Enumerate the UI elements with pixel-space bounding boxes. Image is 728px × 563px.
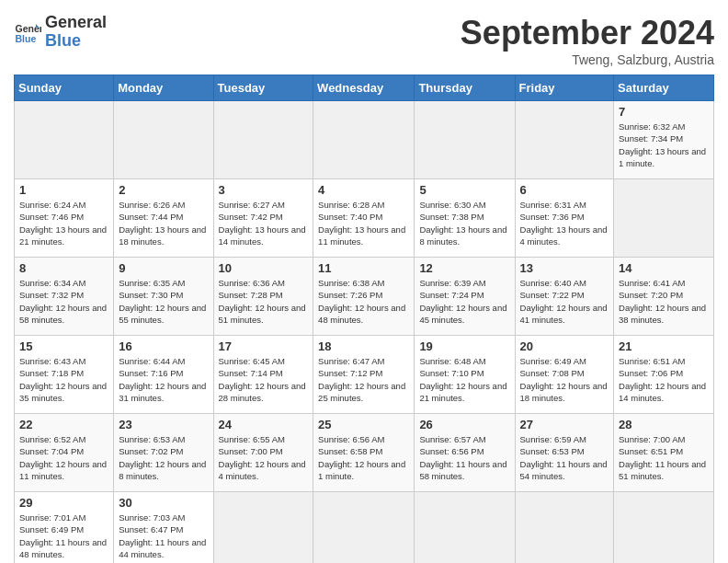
calendar-cell bbox=[15, 101, 114, 179]
day-number: 22 bbox=[19, 418, 108, 431]
day-number: 10 bbox=[219, 261, 309, 275]
day-number: 7 bbox=[619, 105, 709, 119]
day-number: 15 bbox=[19, 339, 108, 353]
day-number: 1 bbox=[19, 183, 108, 197]
day-number: 4 bbox=[318, 183, 409, 197]
day-info: Sunrise: 6:55 AMSunset: 7:00 PMDaylight:… bbox=[219, 433, 309, 482]
calendar-cell: 22Sunrise: 6:52 AMSunset: 7:04 PMDayligh… bbox=[15, 414, 114, 492]
calendar-cell: 23Sunrise: 6:53 AMSunset: 7:02 PMDayligh… bbox=[114, 414, 213, 492]
page-header: General Blue General Blue September 2024… bbox=[14, 14, 714, 67]
weekday-header: Wednesday bbox=[313, 75, 415, 101]
calendar-cell bbox=[114, 101, 213, 179]
logo-text: General Blue bbox=[45, 14, 107, 51]
calendar-body: 7Sunrise: 6:32 AMSunset: 7:34 PMDaylight… bbox=[15, 101, 714, 564]
day-info: Sunrise: 7:00 AMSunset: 6:51 PMDaylight:… bbox=[619, 433, 709, 482]
calendar-cell: 6Sunrise: 6:31 AMSunset: 7:36 PMDaylight… bbox=[515, 179, 614, 258]
weekday-header: Monday bbox=[114, 75, 213, 101]
calendar-week-row: 8Sunrise: 6:34 AMSunset: 7:32 PMDaylight… bbox=[15, 258, 714, 336]
calendar-week-row: 1Sunrise: 6:24 AMSunset: 7:46 PMDaylight… bbox=[15, 179, 714, 258]
calendar-cell: 4Sunrise: 6:28 AMSunset: 7:40 PMDaylight… bbox=[313, 179, 415, 258]
day-info: Sunrise: 6:52 AMSunset: 7:04 PMDaylight:… bbox=[19, 433, 108, 482]
calendar-cell: 12Sunrise: 6:39 AMSunset: 7:24 PMDayligh… bbox=[415, 258, 515, 336]
day-info: Sunrise: 6:56 AMSunset: 6:58 PMDaylight:… bbox=[318, 433, 409, 482]
calendar-cell: 1Sunrise: 6:24 AMSunset: 7:46 PMDaylight… bbox=[15, 179, 114, 258]
logo-line1: General bbox=[45, 14, 107, 32]
day-info: Sunrise: 6:32 AMSunset: 7:34 PMDaylight:… bbox=[619, 121, 709, 169]
weekday-header: Friday bbox=[515, 75, 614, 101]
day-info: Sunrise: 7:01 AMSunset: 6:49 PMDaylight:… bbox=[19, 511, 108, 560]
calendar-cell bbox=[213, 101, 313, 179]
weekday-header: Thursday bbox=[415, 75, 515, 101]
calendar-cell: 16Sunrise: 6:44 AMSunset: 7:16 PMDayligh… bbox=[114, 336, 213, 414]
day-info: Sunrise: 7:03 AMSunset: 6:47 PMDaylight:… bbox=[119, 511, 208, 560]
day-number: 2 bbox=[119, 183, 208, 197]
title-block: September 2024 Tweng, Salzburg, Austria bbox=[461, 14, 714, 67]
day-info: Sunrise: 6:38 AMSunset: 7:26 PMDaylight:… bbox=[318, 277, 409, 326]
day-number: 12 bbox=[419, 261, 509, 275]
day-info: Sunrise: 6:41 AMSunset: 7:20 PMDaylight:… bbox=[619, 277, 709, 326]
day-info: Sunrise: 6:45 AMSunset: 7:14 PMDaylight:… bbox=[219, 355, 309, 404]
calendar-cell: 2Sunrise: 6:26 AMSunset: 7:44 PMDaylight… bbox=[114, 179, 213, 258]
calendar-cell: 15Sunrise: 6:43 AMSunset: 7:18 PMDayligh… bbox=[15, 336, 114, 414]
day-number: 24 bbox=[219, 418, 309, 431]
calendar-week-row: 22Sunrise: 6:52 AMSunset: 7:04 PMDayligh… bbox=[15, 414, 714, 492]
month-title: September 2024 bbox=[461, 14, 714, 52]
day-number: 17 bbox=[219, 339, 309, 353]
calendar-week-row: 7Sunrise: 6:32 AMSunset: 7:34 PMDaylight… bbox=[15, 101, 714, 179]
day-info: Sunrise: 6:31 AMSunset: 7:36 PMDaylight:… bbox=[520, 199, 609, 247]
calendar-cell: 26Sunrise: 6:57 AMSunset: 6:56 PMDayligh… bbox=[415, 414, 515, 492]
calendar-cell: 20Sunrise: 6:49 AMSunset: 7:08 PMDayligh… bbox=[515, 336, 614, 414]
calendar-cell: 5Sunrise: 6:30 AMSunset: 7:38 PMDaylight… bbox=[415, 179, 515, 258]
location: Tweng, Salzburg, Austria bbox=[461, 52, 714, 67]
day-number: 19 bbox=[419, 339, 509, 353]
calendar-cell: 13Sunrise: 6:40 AMSunset: 7:22 PMDayligh… bbox=[515, 258, 614, 336]
calendar-cell bbox=[213, 492, 313, 564]
day-info: Sunrise: 6:34 AMSunset: 7:32 PMDaylight:… bbox=[19, 277, 108, 326]
day-number: 3 bbox=[219, 183, 309, 197]
day-number: 18 bbox=[318, 339, 409, 353]
calendar-cell: 11Sunrise: 6:38 AMSunset: 7:26 PMDayligh… bbox=[313, 258, 415, 336]
day-number: 21 bbox=[619, 339, 709, 353]
day-info: Sunrise: 6:48 AMSunset: 7:10 PMDaylight:… bbox=[419, 355, 509, 404]
calendar-cell bbox=[515, 492, 614, 564]
day-number: 14 bbox=[619, 261, 709, 275]
calendar-cell bbox=[415, 492, 515, 564]
day-info: Sunrise: 6:51 AMSunset: 7:06 PMDaylight:… bbox=[619, 355, 709, 404]
calendar-cell: 3Sunrise: 6:27 AMSunset: 7:42 PMDaylight… bbox=[213, 179, 313, 258]
day-number: 9 bbox=[119, 261, 208, 275]
day-info: Sunrise: 6:43 AMSunset: 7:18 PMDaylight:… bbox=[19, 355, 108, 404]
logo-line2: Blue bbox=[45, 32, 107, 51]
day-number: 25 bbox=[318, 418, 409, 431]
calendar-week-row: 15Sunrise: 6:43 AMSunset: 7:18 PMDayligh… bbox=[15, 336, 714, 414]
day-number: 28 bbox=[619, 418, 709, 431]
calendar-cell: 19Sunrise: 6:48 AMSunset: 7:10 PMDayligh… bbox=[415, 336, 515, 414]
day-info: Sunrise: 6:35 AMSunset: 7:30 PMDaylight:… bbox=[119, 277, 208, 326]
day-number: 13 bbox=[520, 261, 609, 275]
calendar-cell: 14Sunrise: 6:41 AMSunset: 7:20 PMDayligh… bbox=[614, 258, 714, 336]
weekday-header: Sunday bbox=[15, 75, 114, 101]
day-info: Sunrise: 6:24 AMSunset: 7:46 PMDaylight:… bbox=[19, 199, 108, 247]
day-info: Sunrise: 6:47 AMSunset: 7:12 PMDaylight:… bbox=[318, 355, 409, 404]
day-info: Sunrise: 6:27 AMSunset: 7:42 PMDaylight:… bbox=[219, 199, 309, 247]
day-info: Sunrise: 6:44 AMSunset: 7:16 PMDaylight:… bbox=[119, 355, 208, 404]
day-info: Sunrise: 6:36 AMSunset: 7:28 PMDaylight:… bbox=[219, 277, 309, 326]
calendar-cell bbox=[313, 101, 415, 179]
day-info: Sunrise: 6:30 AMSunset: 7:38 PMDaylight:… bbox=[419, 199, 509, 247]
weekday-header: Saturday bbox=[614, 75, 714, 101]
calendar-cell bbox=[515, 101, 614, 179]
day-number: 6 bbox=[520, 183, 609, 197]
day-number: 23 bbox=[119, 418, 208, 431]
weekday-header: Tuesday bbox=[213, 75, 313, 101]
calendar-table: SundayMondayTuesdayWednesdayThursdayFrid… bbox=[14, 75, 714, 563]
day-number: 20 bbox=[520, 339, 609, 353]
day-number: 29 bbox=[19, 496, 108, 510]
day-number: 30 bbox=[119, 496, 208, 510]
calendar-cell: 18Sunrise: 6:47 AMSunset: 7:12 PMDayligh… bbox=[313, 336, 415, 414]
calendar-cell: 7Sunrise: 6:32 AMSunset: 7:34 PMDaylight… bbox=[614, 101, 714, 179]
day-number: 11 bbox=[318, 261, 409, 275]
calendar-cell: 29Sunrise: 7:01 AMSunset: 6:49 PMDayligh… bbox=[15, 492, 114, 564]
day-number: 8 bbox=[19, 261, 108, 275]
day-number: 26 bbox=[419, 418, 509, 431]
day-info: Sunrise: 6:26 AMSunset: 7:44 PMDaylight:… bbox=[119, 199, 208, 247]
calendar-cell: 8Sunrise: 6:34 AMSunset: 7:32 PMDaylight… bbox=[15, 258, 114, 336]
